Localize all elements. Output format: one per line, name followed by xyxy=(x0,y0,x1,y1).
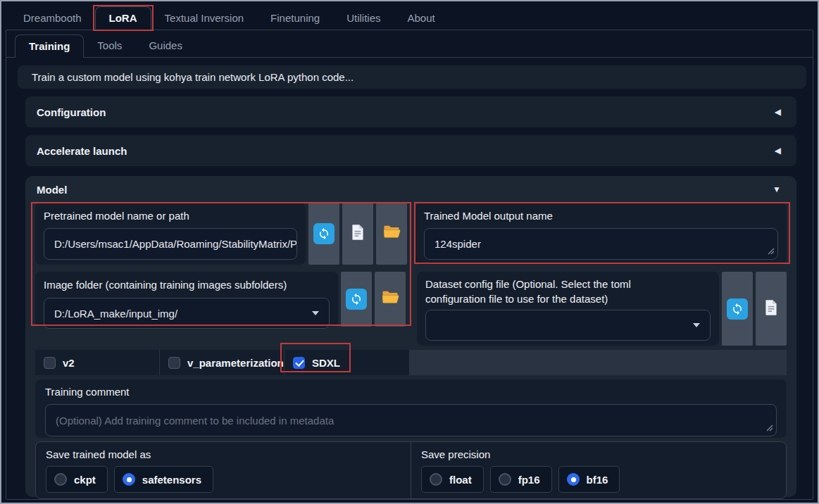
pretrained-model-label: Pretrained model name or path xyxy=(44,209,297,222)
radio-icon-unselected xyxy=(430,473,442,486)
training-comment-group: Training comment (Optional) Add training… xyxy=(35,379,787,438)
dataset-config-document-button[interactable] xyxy=(756,272,787,346)
document-icon xyxy=(349,223,367,244)
radio-ckpt[interactable]: ckpt xyxy=(46,466,108,493)
tab-dreambooth[interactable]: Dreambooth xyxy=(10,6,95,30)
trained-model-output-input[interactable]: 124spider xyxy=(424,228,778,260)
radio-float[interactable]: float xyxy=(421,466,484,493)
training-comment-placeholder: (Optional) Add training comment to be in… xyxy=(56,415,334,427)
save-options-container: Save trained model as ckpt safetensors S xyxy=(35,441,787,499)
training-comment-input[interactable]: (Optional) Add training comment to be in… xyxy=(45,404,777,436)
radio-icon-selected xyxy=(567,473,580,486)
dataset-config-cluster: Dataset config file (Optional. Select th… xyxy=(417,272,787,346)
checkbox-icon-unchecked xyxy=(168,357,180,369)
image-folder-value: D:/LoRA_make/input_img/ xyxy=(54,308,177,320)
pretrained-folder-button[interactable] xyxy=(376,203,407,265)
pretrained-document-button[interactable] xyxy=(342,203,373,265)
tab-textual-inversion[interactable]: Textual Inversion xyxy=(151,6,258,30)
intro-text: Train a custom model using kohya train n… xyxy=(18,65,806,89)
accordion-configuration-label: Configuration xyxy=(37,106,106,118)
radio-bf16-label: bf16 xyxy=(587,474,608,486)
dataset-config-label: Dataset config file (Optional. Select th… xyxy=(425,277,686,306)
expanded-arrow-icon: ▼ xyxy=(773,184,781,194)
resize-handle-icon[interactable] xyxy=(766,422,773,434)
model-flags-row: v2 v_parameterization SDXL xyxy=(35,350,787,375)
image-folder-refresh-button[interactable] xyxy=(341,272,372,327)
radio-safetensors-label: safetensors xyxy=(142,474,201,486)
trained-model-output-label: Trained Model output name xyxy=(424,209,778,222)
dataset-config-group: Dataset config file (Optional. Select th… xyxy=(417,272,719,346)
accordion-model-header[interactable]: Model ▼ xyxy=(25,176,796,203)
checkbox-icon-checked xyxy=(293,357,305,369)
resize-handle-icon[interactable] xyxy=(768,245,775,257)
sub-tab-bar: Training Tools Guides xyxy=(6,30,813,58)
chevron-down-icon xyxy=(312,311,319,315)
lora-tab-panel: Training Tools Guides Train a custom mod… xyxy=(6,30,813,500)
save-precision-label: Save precision xyxy=(421,448,776,461)
image-folder-open-button[interactable] xyxy=(375,272,406,327)
checkbox-v2-label: v2 xyxy=(63,357,75,369)
checkbox-sdxl[interactable]: SDXL xyxy=(285,350,409,375)
pretrained-model-input[interactable]: D:/Users/msac1/AppData/Roaming/Stability… xyxy=(44,228,297,260)
accordion-accelerate-launch[interactable]: Accelerate launch ◀ xyxy=(25,135,796,166)
radio-fp16-label: fp16 xyxy=(518,474,540,486)
image-folder-cluster: Image folder (containing training images… xyxy=(35,272,406,327)
training-comment-label: Training comment xyxy=(45,385,777,398)
document-icon xyxy=(762,298,780,320)
save-model-as-group: Save trained model as ckpt safetensors xyxy=(36,442,411,498)
tab-utilities[interactable]: Utilities xyxy=(333,6,394,30)
accordion-configuration[interactable]: Configuration ◀ xyxy=(25,96,796,127)
dataset-config-refresh-button[interactable] xyxy=(722,272,753,346)
collapsed-arrow-icon: ◀ xyxy=(775,146,781,156)
refresh-icon xyxy=(346,289,367,310)
dataset-config-dropdown[interactable] xyxy=(425,310,711,341)
tab-finetuning[interactable]: Finetuning xyxy=(257,6,333,30)
checkbox-v-parameterization[interactable]: v_parameterization xyxy=(160,350,285,375)
radio-icon-selected xyxy=(123,473,135,486)
radio-fp16[interactable]: fp16 xyxy=(490,466,552,493)
accordion-model-panel: Model ▼ Pretrained model name or path D:… xyxy=(25,176,796,497)
radio-float-label: float xyxy=(449,474,472,486)
radio-ckpt-label: ckpt xyxy=(74,474,96,486)
pretrained-model-group: Pretrained model name or path D:/Users/m… xyxy=(35,203,306,265)
tab-training[interactable]: Training xyxy=(15,34,84,58)
radio-icon-unselected xyxy=(54,473,67,486)
image-folder-dropdown[interactable]: D:/LoRA_make/input_img/ xyxy=(44,298,330,329)
checkbox-v2[interactable]: v2 xyxy=(35,350,160,375)
radio-icon-unselected xyxy=(499,473,511,486)
radio-bf16[interactable]: bf16 xyxy=(558,466,620,493)
top-tab-bar: Dreambooth LoRA Textual Inversion Finetu… xyxy=(1,1,818,30)
collapsed-arrow-icon: ◀ xyxy=(775,107,781,117)
image-folder-group: Image folder (containing training images… xyxy=(35,272,338,327)
trained-model-output-value: 124spider xyxy=(434,238,481,250)
refresh-icon xyxy=(313,223,335,244)
tab-guides[interactable]: Guides xyxy=(135,34,196,57)
tab-lora[interactable]: LoRA xyxy=(95,6,151,30)
save-precision-group: Save precision float fp16 bf16 xyxy=(411,442,786,498)
accordion-model-label: Model xyxy=(37,184,67,196)
checkbox-icon-unchecked xyxy=(44,357,56,369)
radio-safetensors[interactable]: safetensors xyxy=(114,466,213,493)
tab-about[interactable]: About xyxy=(394,6,449,30)
accordion-accelerate-launch-label: Accelerate launch xyxy=(37,145,127,157)
flags-row-filler xyxy=(409,350,787,375)
trained-model-output-group: Trained Model output name 124spider xyxy=(415,203,787,265)
pretrained-refresh-button[interactable] xyxy=(308,203,339,265)
image-folder-label: Image folder (containing training images… xyxy=(44,278,330,291)
refresh-icon xyxy=(727,298,748,320)
save-model-as-label: Save trained model as xyxy=(46,448,401,461)
open-folder-icon xyxy=(380,288,400,310)
tab-tools[interactable]: Tools xyxy=(84,34,135,57)
chevron-down-icon xyxy=(693,323,700,327)
tab-lora-label: LoRA xyxy=(109,12,137,24)
app-window: Dreambooth LoRA Textual Inversion Finetu… xyxy=(0,0,819,504)
open-folder-icon xyxy=(382,222,401,245)
checkbox-v-parameterization-label: v_parameterization xyxy=(187,357,284,369)
checkbox-sdxl-label: SDXL xyxy=(312,357,340,369)
